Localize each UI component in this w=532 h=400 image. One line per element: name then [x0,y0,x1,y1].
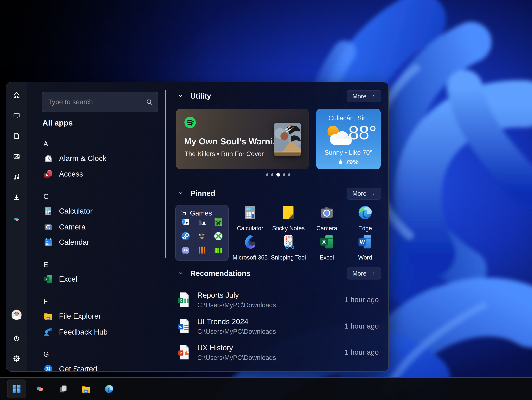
utility-section-title: Utility [190,92,211,100]
pinned-tile-calculator[interactable]: Calculator [234,205,266,232]
section-letter-e: E [43,261,48,269]
microsoft-365-icon [242,234,258,250]
rail-power-button[interactable] [11,333,22,344]
app-item-calendar[interactable]: Calendar [43,234,156,250]
taskbar-copilot-button[interactable] [31,380,49,398]
app-item-access[interactable]: Access [43,166,156,182]
camera-icon [43,222,53,232]
rail-user-avatar[interactable] [11,309,22,321]
games-folder-header: Games [180,209,212,217]
app-label: File Explorer [59,312,101,320]
pinned-tile-sticky-notes[interactable]: Sticky Notes [272,205,305,232]
rail-desktop-button[interactable] [11,110,22,121]
file-explorer-icon [81,384,91,394]
page-dot[interactable] [271,173,273,176]
utility-more-button[interactable]: More [347,90,381,102]
settings-icon [13,355,20,362]
media-widget-card[interactable]: My Own Soul’s Warni... The Killers • Run… [176,109,309,169]
app-item-calculator[interactable]: Calculator [43,203,156,219]
app-item-camera[interactable]: Camera [43,219,156,235]
pinned-tile-camera[interactable]: Camera [310,205,343,232]
weather-widget-card[interactable]: Culiacán, Sin. 88° Sunny • Like 70° 79% [316,109,381,169]
tile-label: Word [358,254,372,261]
taskbar-edge-button[interactable] [100,380,118,398]
rail-downloads-button[interactable] [11,192,22,203]
rec-time: 1 hour ago [345,322,379,330]
spotify-icon [183,115,197,129]
recommendations-section-title: Recomendations [190,269,251,278]
camera-icon [319,205,335,221]
start-menu-panel: All apps A Alarm & Clock Access C Calcul… [6,82,389,372]
widget-page-dots [259,172,298,177]
chevron-down-icon[interactable] [178,191,183,196]
pinned-section-header: Pinned [178,189,215,198]
xbox-icon[interactable] [213,231,223,241]
weather-condition: Sunny • Like 70° [316,149,380,156]
app-list-scrollbar[interactable] [165,90,166,258]
recommended-item-ux-history[interactable]: UX History C:\Users\MyPC\Downloads 1 hou… [176,341,380,363]
rail-home-button[interactable] [11,89,22,101]
black-ops-3-icon[interactable] [197,245,207,255]
excel-file-icon [178,292,190,307]
page-dot[interactable] [288,173,290,176]
recommended-item-reports-july[interactable]: Reports July C:\Users\MyPC\Downloads 1 h… [176,289,380,311]
pinned-tile-snipping-tool[interactable]: Snipping Tool [272,234,305,261]
games-folder-tile[interactable]: Games [175,205,229,261]
chevron-down-icon[interactable] [178,271,183,276]
rail-documents-button[interactable] [11,130,22,142]
folder-icon [180,210,186,216]
rail-music-button[interactable] [11,171,22,182]
pinned-tile-microsoft-365[interactable]: Microsoft 365 [234,234,266,261]
steam-icon[interactable] [181,231,191,241]
chevron-right-icon [371,94,375,98]
taskbar [0,377,532,400]
section-letter-a: A [43,140,48,148]
app-item-feedback-hub[interactable]: Feedback Hub [43,324,156,340]
page-dot[interactable] [283,173,285,176]
tile-label: Excel [320,254,334,261]
droplet-icon [338,159,343,165]
app-item-file-explorer[interactable]: File Explorer [43,308,156,324]
app-item-get-started[interactable]: Get Started [43,361,156,372]
epic-games-icon[interactable] [197,231,207,241]
minecraft-icon[interactable] [213,217,223,227]
rail-settings-button[interactable] [11,353,22,364]
rail-pictures-button[interactable] [11,151,22,162]
green-tiles-icon[interactable] [213,245,223,255]
solitaire-icon[interactable] [181,217,191,227]
app-item-excel[interactable]: Excel [43,271,156,287]
page-dot[interactable] [266,173,268,176]
search-input[interactable] [42,92,158,112]
search-icon [146,98,153,106]
rec-title: UX History [197,343,345,352]
app-label: Excel [59,275,77,283]
recommended-item-ui-trends-2024[interactable]: UI Trends 2024 C:\Users\MyPC\Downloads 1… [176,315,380,337]
get-started-icon [43,364,53,372]
excel-icon [43,274,53,284]
pinned-tile-word[interactable]: Word [349,234,381,261]
taskbar-file-explorer-button[interactable] [77,380,95,398]
app-item-alarm-clock[interactable]: Alarm & Clock [43,150,156,166]
alarm-clock-icon [43,153,53,163]
rec-time: 1 hour ago [345,296,379,304]
search-box [42,92,158,112]
pinned-tile-excel[interactable]: Excel [310,234,343,261]
page-dot-active[interactable] [276,173,280,176]
chevron-down-icon[interactable] [178,93,183,99]
discord-icon[interactable] [181,245,191,255]
more-label: More [352,270,367,277]
pinned-more-button[interactable]: More [347,188,381,200]
start-button[interactable] [7,380,26,398]
pinned-tile-edge[interactable]: Edge [349,205,381,232]
recommendations-more-button[interactable]: More [347,268,381,280]
recommendations-section-header: Recomendations [178,269,251,278]
taskbar-task-view-button[interactable] [54,380,72,398]
weather-temperature: 88° [348,122,376,144]
access-icon [43,169,53,179]
rail-copilot-button[interactable] [11,213,22,225]
section-letter-g: G [43,350,49,358]
pictures-icon [13,153,20,160]
chess-icon[interactable] [197,217,207,227]
pinned-section-title: Pinned [190,189,215,198]
weather-location: Culiacán, Sin. [316,114,380,122]
